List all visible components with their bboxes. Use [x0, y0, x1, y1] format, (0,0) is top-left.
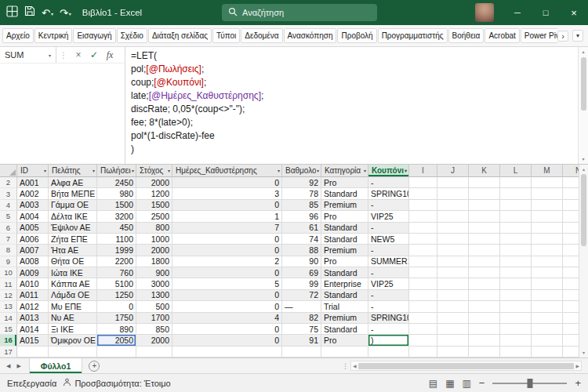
formula-bar-drag-handle[interactable]: ⋮: [60, 51, 67, 60]
grid-cell[interactable]: [532, 211, 563, 222]
ribbon-tab-αρχείο[interactable]: Αρχείο: [2, 28, 34, 43]
add-sheet-button[interactable]: +: [89, 361, 100, 372]
row-header-14[interactable]: 14: [0, 313, 17, 324]
grid-cell[interactable]: 7: [172, 223, 282, 234]
grid-cell[interactable]: [136, 347, 172, 358]
grid-cell[interactable]: Κάππα ΑΕ: [49, 278, 97, 289]
grid-cell[interactable]: [469, 335, 500, 346]
grid-cell[interactable]: SPRING10: [368, 188, 409, 199]
row-header-7[interactable]: 7: [0, 234, 17, 245]
grid-cell[interactable]: 1100: [97, 234, 136, 245]
grid-cell[interactable]: [409, 301, 437, 312]
column-header-score[interactable]: Βαθμολογία▾: [282, 165, 321, 177]
filter-icon[interactable]: ▾: [44, 168, 46, 173]
grid-cell[interactable]: [500, 200, 532, 211]
save-icon[interactable]: [24, 5, 35, 20]
grid-cell[interactable]: 90: [282, 256, 321, 267]
sheet-tab-active[interactable]: Φύλλο1: [29, 358, 83, 373]
grid-cell[interactable]: Αλφα ΑΕ: [49, 177, 97, 188]
grid-cell[interactable]: [532, 188, 563, 199]
grid-cell[interactable]: 1000: [136, 234, 172, 245]
row-header-3[interactable]: 3: [0, 188, 17, 199]
zoom-slider[interactable]: [492, 383, 567, 384]
formula-ref-cell[interactable]: 2050: [97, 335, 136, 346]
grid-cell[interactable]: A009: [17, 267, 49, 278]
grid-cell[interactable]: Standard: [321, 324, 368, 335]
grid-cell[interactable]: 1: [172, 211, 282, 222]
filter-icon[interactable]: ▾: [405, 168, 407, 173]
grid-cell[interactable]: [469, 313, 500, 324]
ribbon-tab-εισαγωγή[interactable]: Εισαγωγή: [73, 28, 115, 43]
grid-cell[interactable]: Standard: [321, 234, 368, 245]
grid-cell[interactable]: Standard: [321, 223, 368, 234]
column-header-m[interactable]: M: [532, 165, 563, 177]
grid-cell[interactable]: [469, 347, 500, 358]
grid-cell[interactable]: [409, 200, 437, 211]
filter-icon[interactable]: ▾: [364, 168, 366, 173]
column-header-coupon[interactable]: Κουπόνι▾: [368, 165, 409, 177]
grid-cell[interactable]: Ζήτα ΕΠΕ: [49, 234, 97, 245]
sheet-nav-left-icon[interactable]: ◀: [3, 358, 13, 373]
grid-cell[interactable]: [532, 278, 563, 289]
grid-cell[interactable]: [500, 211, 532, 222]
grid-cell[interactable]: 3200: [97, 211, 136, 222]
scroll-up-icon[interactable]: ▴: [583, 166, 585, 172]
grid-cell[interactable]: Νυ ΑΕ: [49, 313, 97, 324]
column-header-j[interactable]: J: [437, 165, 469, 177]
grid-cell[interactable]: [532, 200, 563, 211]
column-header-l[interactable]: L: [500, 165, 532, 177]
name-box[interactable]: SUM ▾: [0, 47, 56, 63]
grid-cell[interactable]: 1500: [97, 200, 136, 211]
grid-cell[interactable]: [500, 177, 532, 188]
grid-cell[interactable]: [500, 335, 532, 346]
grid-cell[interactable]: Ιώτα ΙΚΕ: [49, 267, 97, 278]
grid-cell[interactable]: 2000: [136, 177, 172, 188]
grid-cell[interactable]: [437, 177, 469, 188]
grid-cell[interactable]: [469, 177, 500, 188]
grid-cell[interactable]: [437, 290, 469, 301]
grid-cell[interactable]: [532, 234, 563, 245]
formula-input[interactable]: =LET(pol;[@Πωλήσεις];coup;[@Κουπόνι];lat…: [125, 47, 578, 164]
grid-cell[interactable]: 2: [172, 256, 282, 267]
grid-cell[interactable]: A010: [17, 278, 49, 289]
grid-cell[interactable]: 1800: [136, 256, 172, 267]
active-edit-cell[interactable]: ): [368, 335, 409, 346]
grid-cell[interactable]: [437, 267, 469, 278]
undo-button[interactable]: ↶ ▾: [42, 8, 53, 18]
column-header-target[interactable]: Στόχος▾: [136, 165, 172, 177]
grid-cell[interactable]: [469, 278, 500, 289]
grid-cell[interactable]: Όμικρον ΟΕ: [49, 335, 97, 346]
grid-cell[interactable]: [532, 256, 563, 267]
grid-cell[interactable]: —: [282, 301, 321, 312]
grid-cell[interactable]: 69: [282, 267, 321, 278]
ribbon-tab-ανασκόπηση[interactable]: Ανασκόπηση: [284, 28, 337, 43]
scrollbar-splitter[interactable]: ⋮: [342, 358, 348, 373]
grid-cell[interactable]: SPRING10: [368, 313, 409, 324]
ribbon-tab-κεντρική[interactable]: Κεντρική: [34, 28, 73, 43]
column-header-late[interactable]: Ημέρες_Καθυστέρησης▾: [172, 165, 282, 177]
scroll-up-icon[interactable]: ▴: [582, 49, 584, 55]
grid-cell[interactable]: [469, 188, 500, 199]
grid-cell[interactable]: 0: [172, 245, 282, 256]
grid-cell[interactable]: [500, 313, 532, 324]
grid-cell[interactable]: [321, 347, 368, 358]
grid-cell[interactable]: [532, 324, 563, 335]
status-mode[interactable]: Επεξεργασία: [7, 379, 56, 388]
ribbon-tab-βοήθεια[interactable]: Βοήθεια: [448, 28, 485, 43]
filter-icon[interactable]: ▾: [93, 168, 95, 173]
grid-cell[interactable]: 800: [136, 223, 172, 234]
grid-cell[interactable]: Έψιλον ΑΕ: [49, 223, 97, 234]
grid-cell[interactable]: [409, 234, 437, 245]
grid-cell[interactable]: [469, 290, 500, 301]
grid-cell[interactable]: Pro: [321, 335, 368, 346]
grid-cell[interactable]: [500, 256, 532, 267]
grid-cell[interactable]: [97, 347, 136, 358]
grid-cell[interactable]: Μυ ΕΠΕ: [49, 301, 97, 312]
grid-cell[interactable]: Θήτα ΟΕ: [49, 256, 97, 267]
grid-cell[interactable]: [500, 188, 532, 199]
grid-cell[interactable]: -: [368, 290, 409, 301]
grid-cell[interactable]: 3000: [136, 278, 172, 289]
ribbon-tab-τύποι[interactable]: Τύποι: [212, 28, 240, 43]
row-header-13[interactable]: 13: [0, 301, 17, 312]
column-header-client[interactable]: Πελάτης▾: [49, 165, 97, 177]
